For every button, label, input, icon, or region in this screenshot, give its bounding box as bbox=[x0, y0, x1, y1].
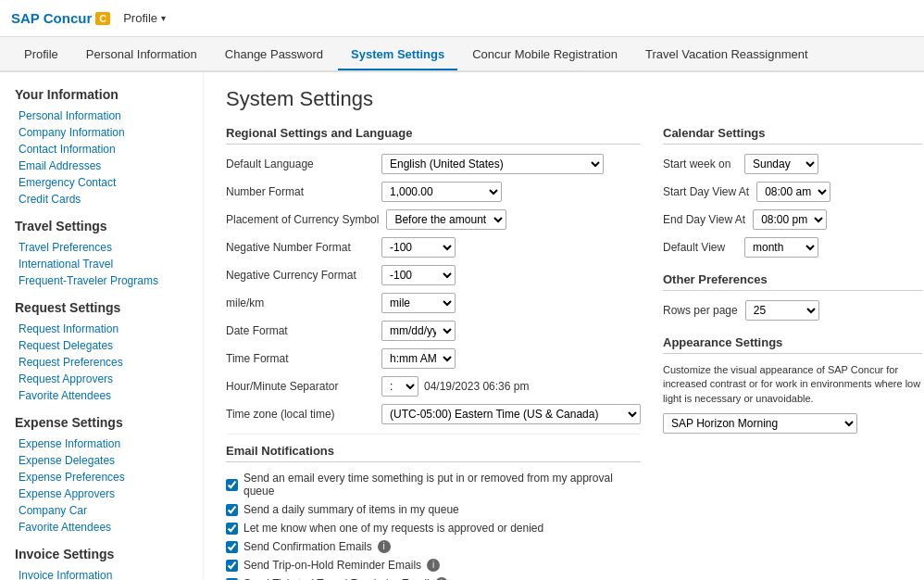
sidebar-section-expense: Expense Settings bbox=[15, 415, 188, 430]
hour-minute-sep-row: Hour/Minute Separator : 04/19/2023 06:36… bbox=[226, 376, 641, 397]
content-area: System Settings Regional Settings and La… bbox=[204, 72, 924, 580]
tab-personal-info[interactable]: Personal Information bbox=[73, 40, 210, 70]
email-section-title: Email Notifications bbox=[226, 444, 641, 462]
tab-change-password[interactable]: Change Password bbox=[212, 40, 336, 70]
start-week-row: Start week on Sunday bbox=[663, 154, 922, 174]
tab-profile[interactable]: Profile bbox=[11, 40, 71, 70]
negative-number-label: Negative Number Format bbox=[226, 241, 374, 254]
currency-symbol-label: Placement of Currency Symbol bbox=[226, 213, 379, 226]
mile-km-select[interactable]: mile bbox=[381, 293, 456, 313]
profile-menu[interactable]: Profile ▾ bbox=[123, 11, 166, 25]
currency-symbol-row: Placement of Currency Symbol Before the … bbox=[226, 209, 641, 230]
start-week-label: Start week on bbox=[663, 158, 737, 170]
end-day-view-row: End Day View At 08:00 pm bbox=[663, 209, 922, 230]
sidebar-link-fav-attendees-req[interactable]: Favorite Attendees bbox=[15, 387, 188, 404]
sidebar-link-contact-info[interactable]: Contact Information bbox=[15, 141, 188, 158]
email-cb-5[interactable] bbox=[226, 560, 238, 572]
end-day-view-select[interactable]: 08:00 pm bbox=[753, 209, 827, 230]
theme-select-wrapper: SAP Horizon Morning bbox=[663, 413, 922, 434]
appearance-section-title: Appearance Settings bbox=[663, 335, 922, 354]
tab-nav: Profile Personal Information Change Pass… bbox=[0, 37, 924, 72]
email-checkbox-1: Send an email every time something is pu… bbox=[226, 472, 641, 498]
number-format-select[interactable]: 1,000.00 bbox=[381, 182, 502, 202]
email-cb-4[interactable] bbox=[226, 541, 238, 553]
sidebar-link-request-approvers[interactable]: Request Approvers bbox=[15, 371, 188, 387]
theme-select[interactable]: SAP Horizon Morning bbox=[663, 413, 857, 434]
tab-travel-vacation[interactable]: Travel Vacation Reassignment bbox=[632, 40, 821, 70]
main-layout: Your Information Personal Information Co… bbox=[0, 72, 924, 580]
email-cb-4-label: Send Confirmation Emails bbox=[243, 540, 372, 553]
timezone-select[interactable]: (UTC-05:00) Eastern Time (US & Canada) bbox=[381, 404, 641, 424]
sidebar-section-your-info: Your Information bbox=[15, 87, 188, 102]
default-view-label: Default View bbox=[663, 241, 737, 254]
sidebar-link-emergency-contact[interactable]: Emergency Contact bbox=[15, 174, 188, 191]
date-format-row: Date Format mm/dd/yyyy bbox=[226, 321, 641, 341]
number-format-row: Number Format 1,000.00 bbox=[226, 182, 641, 202]
default-language-row: Default Language English (United States) bbox=[226, 154, 641, 174]
default-language-select[interactable]: English (United States) bbox=[381, 154, 604, 174]
sidebar-link-request-info[interactable]: Request Information bbox=[15, 321, 188, 337]
currency-symbol-select[interactable]: Before the amount bbox=[386, 209, 506, 230]
sidebar-link-request-pref[interactable]: Request Preferences bbox=[15, 354, 188, 371]
default-view-select[interactable]: month bbox=[744, 237, 818, 258]
col-right: Calendar Settings Start week on Sunday S… bbox=[663, 126, 922, 580]
sidebar-link-invoice-info[interactable]: Invoice Information bbox=[15, 567, 188, 580]
negative-currency-select[interactable]: -100 bbox=[381, 265, 456, 285]
sidebar-link-intl-travel[interactable]: International Travel bbox=[15, 256, 188, 272]
timezone-row: Time zone (local time) (UTC-05:00) Easte… bbox=[226, 404, 641, 424]
sidebar-link-company-car[interactable]: Company Car bbox=[15, 502, 188, 519]
info-icon-5[interactable]: i bbox=[427, 559, 440, 572]
sidebar-link-request-delegates[interactable]: Request Delegates bbox=[15, 337, 188, 354]
sidebar-link-email-addresses[interactable]: Email Addresses bbox=[15, 158, 188, 174]
negative-number-select[interactable]: -100 bbox=[381, 237, 456, 258]
calendar-section-title: Calendar Settings bbox=[663, 126, 922, 145]
mile-km-row: mile/km mile bbox=[226, 293, 641, 313]
sidebar-link-personal-info[interactable]: Personal Information bbox=[15, 107, 188, 124]
rows-per-page-select[interactable]: 25 bbox=[745, 300, 819, 321]
sidebar-link-fav-attendees-exp[interactable]: Favorite Attendees bbox=[15, 519, 188, 536]
email-cb-1-label: Send an email every time something is pu… bbox=[243, 472, 641, 498]
sidebar-link-frequent-traveler[interactable]: Frequent-Traveler Programs bbox=[15, 272, 188, 289]
email-cb-5-label: Send Trip-on-Hold Reminder Emails bbox=[243, 559, 421, 572]
calendar-section: Calendar Settings Start week on Sunday S… bbox=[663, 126, 922, 258]
tab-system-settings[interactable]: System Settings bbox=[338, 40, 457, 70]
email-cb-1[interactable] bbox=[226, 479, 238, 491]
two-col-layout: Regional Settings and Language Default L… bbox=[226, 126, 922, 580]
other-prefs-section: Other Preferences Rows per page 25 bbox=[663, 272, 922, 321]
hour-minute-sep-select[interactable]: : bbox=[381, 376, 418, 397]
sidebar-link-expense-info[interactable]: Expense Information bbox=[15, 435, 188, 452]
date-format-select[interactable]: mm/dd/yyyy bbox=[381, 321, 456, 341]
date-time-display: 04/19/2023 06:36 pm bbox=[424, 380, 529, 393]
start-day-view-select[interactable]: 08:00 am bbox=[756, 182, 830, 202]
timezone-label: Time zone (local time) bbox=[226, 408, 374, 421]
tab-concur-mobile[interactable]: Concur Mobile Registration bbox=[459, 40, 631, 70]
time-format-label: Time Format bbox=[226, 352, 374, 365]
sidebar-link-company-info[interactable]: Company Information bbox=[15, 124, 188, 141]
sidebar-section-request: Request Settings bbox=[15, 300, 188, 315]
page-title: System Settings bbox=[226, 87, 922, 111]
profile-label: Profile bbox=[123, 11, 157, 25]
sidebar: Your Information Personal Information Co… bbox=[0, 72, 204, 580]
rows-per-page-row: Rows per page 25 bbox=[663, 300, 922, 321]
sidebar-section-travel: Travel Settings bbox=[15, 219, 188, 233]
start-week-select[interactable]: Sunday bbox=[744, 154, 818, 174]
sidebar-section-invoice: Invoice Settings bbox=[15, 547, 188, 561]
negative-currency-label: Negative Currency Format bbox=[226, 269, 374, 282]
sidebar-link-expense-approvers[interactable]: Expense Approvers bbox=[15, 485, 188, 502]
sidebar-link-travel-pref[interactable]: Travel Preferences bbox=[15, 239, 188, 256]
time-format-select[interactable]: h:mm AM/PM bbox=[381, 348, 456, 369]
email-cb-2[interactable] bbox=[226, 504, 238, 516]
appearance-desc: Customize the visual appearance of SAP C… bbox=[663, 363, 922, 406]
email-cb-3[interactable] bbox=[226, 523, 238, 535]
sidebar-link-credit-cards[interactable]: Credit Cards bbox=[15, 191, 188, 208]
default-language-label: Default Language bbox=[226, 158, 374, 170]
hour-minute-sep-label: Hour/Minute Separator bbox=[226, 380, 374, 393]
default-view-row: Default View month bbox=[663, 237, 922, 258]
chevron-down-icon: ▾ bbox=[161, 13, 166, 23]
negative-number-row: Negative Number Format -100 bbox=[226, 237, 641, 258]
sidebar-link-expense-pref[interactable]: Expense Preferences bbox=[15, 469, 188, 485]
email-checkbox-4: Send Confirmation Emails i bbox=[226, 540, 641, 553]
info-icon-4[interactable]: i bbox=[378, 540, 391, 553]
sidebar-link-expense-delegates[interactable]: Expense Delegates bbox=[15, 452, 188, 469]
appearance-section: Appearance Settings Customize the visual… bbox=[663, 335, 922, 434]
